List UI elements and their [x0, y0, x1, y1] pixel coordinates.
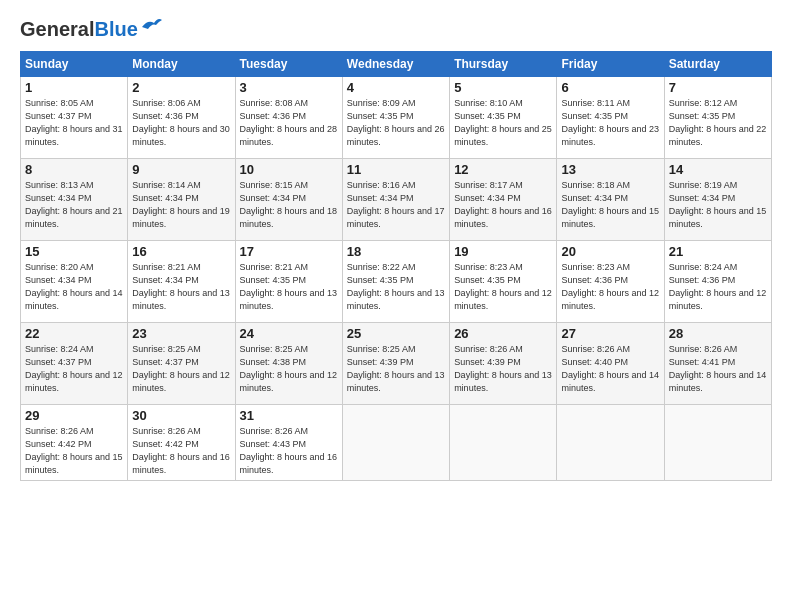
day-info: Sunrise: 8:23 AMSunset: 4:36 PMDaylight:…	[561, 262, 659, 311]
day-number: 14	[669, 162, 767, 177]
col-friday: Friday	[557, 52, 664, 77]
day-number: 6	[561, 80, 659, 95]
day-number: 29	[25, 408, 123, 423]
table-cell: 24Sunrise: 8:25 AMSunset: 4:38 PMDayligh…	[235, 323, 342, 405]
col-sunday: Sunday	[21, 52, 128, 77]
day-info: Sunrise: 8:26 AMSunset: 4:40 PMDaylight:…	[561, 344, 659, 393]
day-number: 21	[669, 244, 767, 259]
day-info: Sunrise: 8:23 AMSunset: 4:35 PMDaylight:…	[454, 262, 552, 311]
day-info: Sunrise: 8:05 AMSunset: 4:37 PMDaylight:…	[25, 98, 123, 147]
day-info: Sunrise: 8:21 AMSunset: 4:34 PMDaylight:…	[132, 262, 230, 311]
day-info: Sunrise: 8:08 AMSunset: 4:36 PMDaylight:…	[240, 98, 338, 147]
header-row: Sunday Monday Tuesday Wednesday Thursday…	[21, 52, 772, 77]
table-cell: 11Sunrise: 8:16 AMSunset: 4:34 PMDayligh…	[342, 159, 449, 241]
day-info: Sunrise: 8:19 AMSunset: 4:34 PMDaylight:…	[669, 180, 767, 229]
day-number: 30	[132, 408, 230, 423]
day-info: Sunrise: 8:16 AMSunset: 4:34 PMDaylight:…	[347, 180, 445, 229]
table-cell: 2Sunrise: 8:06 AMSunset: 4:36 PMDaylight…	[128, 77, 235, 159]
table-cell: 8Sunrise: 8:13 AMSunset: 4:34 PMDaylight…	[21, 159, 128, 241]
day-info: Sunrise: 8:26 AMSunset: 4:43 PMDaylight:…	[240, 426, 338, 475]
day-info: Sunrise: 8:24 AMSunset: 4:36 PMDaylight:…	[669, 262, 767, 311]
logo-text: GeneralBlue	[20, 18, 138, 41]
day-number: 27	[561, 326, 659, 341]
day-number: 4	[347, 80, 445, 95]
table-cell: 7Sunrise: 8:12 AMSunset: 4:35 PMDaylight…	[664, 77, 771, 159]
page: GeneralBlue Sunday Monday Tuesday Wednes…	[0, 0, 792, 612]
day-number: 24	[240, 326, 338, 341]
day-number: 17	[240, 244, 338, 259]
table-cell: 19Sunrise: 8:23 AMSunset: 4:35 PMDayligh…	[450, 241, 557, 323]
day-number: 22	[25, 326, 123, 341]
day-number: 9	[132, 162, 230, 177]
table-cell: 9Sunrise: 8:14 AMSunset: 4:34 PMDaylight…	[128, 159, 235, 241]
day-number: 5	[454, 80, 552, 95]
table-cell	[342, 405, 449, 481]
table-cell: 22Sunrise: 8:24 AMSunset: 4:37 PMDayligh…	[21, 323, 128, 405]
col-saturday: Saturday	[664, 52, 771, 77]
col-thursday: Thursday	[450, 52, 557, 77]
day-info: Sunrise: 8:25 AMSunset: 4:37 PMDaylight:…	[132, 344, 230, 393]
table-cell	[664, 405, 771, 481]
day-info: Sunrise: 8:26 AMSunset: 4:42 PMDaylight:…	[132, 426, 230, 475]
table-cell	[450, 405, 557, 481]
day-info: Sunrise: 8:12 AMSunset: 4:35 PMDaylight:…	[669, 98, 767, 147]
col-wednesday: Wednesday	[342, 52, 449, 77]
day-info: Sunrise: 8:26 AMSunset: 4:41 PMDaylight:…	[669, 344, 767, 393]
day-info: Sunrise: 8:10 AMSunset: 4:35 PMDaylight:…	[454, 98, 552, 147]
table-cell: 12Sunrise: 8:17 AMSunset: 4:34 PMDayligh…	[450, 159, 557, 241]
day-info: Sunrise: 8:13 AMSunset: 4:34 PMDaylight:…	[25, 180, 123, 229]
table-cell: 25Sunrise: 8:25 AMSunset: 4:39 PMDayligh…	[342, 323, 449, 405]
day-number: 8	[25, 162, 123, 177]
day-info: Sunrise: 8:06 AMSunset: 4:36 PMDaylight:…	[132, 98, 230, 147]
table-cell: 14Sunrise: 8:19 AMSunset: 4:34 PMDayligh…	[664, 159, 771, 241]
day-number: 18	[347, 244, 445, 259]
table-cell: 23Sunrise: 8:25 AMSunset: 4:37 PMDayligh…	[128, 323, 235, 405]
table-cell: 13Sunrise: 8:18 AMSunset: 4:34 PMDayligh…	[557, 159, 664, 241]
day-number: 25	[347, 326, 445, 341]
day-number: 7	[669, 80, 767, 95]
day-info: Sunrise: 8:15 AMSunset: 4:34 PMDaylight:…	[240, 180, 338, 229]
table-cell: 31Sunrise: 8:26 AMSunset: 4:43 PMDayligh…	[235, 405, 342, 481]
table-cell: 4Sunrise: 8:09 AMSunset: 4:35 PMDaylight…	[342, 77, 449, 159]
day-number: 16	[132, 244, 230, 259]
day-number: 13	[561, 162, 659, 177]
day-number: 20	[561, 244, 659, 259]
table-cell: 28Sunrise: 8:26 AMSunset: 4:41 PMDayligh…	[664, 323, 771, 405]
day-number: 15	[25, 244, 123, 259]
day-info: Sunrise: 8:25 AMSunset: 4:39 PMDaylight:…	[347, 344, 445, 393]
day-info: Sunrise: 8:14 AMSunset: 4:34 PMDaylight:…	[132, 180, 230, 229]
day-info: Sunrise: 8:26 AMSunset: 4:42 PMDaylight:…	[25, 426, 123, 475]
table-cell: 3Sunrise: 8:08 AMSunset: 4:36 PMDaylight…	[235, 77, 342, 159]
day-number: 19	[454, 244, 552, 259]
day-info: Sunrise: 8:24 AMSunset: 4:37 PMDaylight:…	[25, 344, 123, 393]
day-info: Sunrise: 8:09 AMSunset: 4:35 PMDaylight:…	[347, 98, 445, 147]
day-info: Sunrise: 8:11 AMSunset: 4:35 PMDaylight:…	[561, 98, 659, 147]
table-cell: 6Sunrise: 8:11 AMSunset: 4:35 PMDaylight…	[557, 77, 664, 159]
table-cell: 26Sunrise: 8:26 AMSunset: 4:39 PMDayligh…	[450, 323, 557, 405]
logo: GeneralBlue	[20, 18, 162, 41]
col-tuesday: Tuesday	[235, 52, 342, 77]
table-cell	[557, 405, 664, 481]
day-number: 26	[454, 326, 552, 341]
col-monday: Monday	[128, 52, 235, 77]
day-number: 31	[240, 408, 338, 423]
day-info: Sunrise: 8:18 AMSunset: 4:34 PMDaylight:…	[561, 180, 659, 229]
day-number: 2	[132, 80, 230, 95]
day-info: Sunrise: 8:20 AMSunset: 4:34 PMDaylight:…	[25, 262, 123, 311]
table-cell: 20Sunrise: 8:23 AMSunset: 4:36 PMDayligh…	[557, 241, 664, 323]
day-number: 11	[347, 162, 445, 177]
day-info: Sunrise: 8:21 AMSunset: 4:35 PMDaylight:…	[240, 262, 338, 311]
header: GeneralBlue	[20, 18, 772, 41]
day-info: Sunrise: 8:17 AMSunset: 4:34 PMDaylight:…	[454, 180, 552, 229]
day-info: Sunrise: 8:26 AMSunset: 4:39 PMDaylight:…	[454, 344, 552, 393]
day-number: 12	[454, 162, 552, 177]
day-info: Sunrise: 8:22 AMSunset: 4:35 PMDaylight:…	[347, 262, 445, 311]
table-cell: 18Sunrise: 8:22 AMSunset: 4:35 PMDayligh…	[342, 241, 449, 323]
table-cell: 10Sunrise: 8:15 AMSunset: 4:34 PMDayligh…	[235, 159, 342, 241]
table-cell: 29Sunrise: 8:26 AMSunset: 4:42 PMDayligh…	[21, 405, 128, 481]
table-cell: 16Sunrise: 8:21 AMSunset: 4:34 PMDayligh…	[128, 241, 235, 323]
table-cell: 15Sunrise: 8:20 AMSunset: 4:34 PMDayligh…	[21, 241, 128, 323]
table-cell: 1Sunrise: 8:05 AMSunset: 4:37 PMDaylight…	[21, 77, 128, 159]
day-number: 28	[669, 326, 767, 341]
day-info: Sunrise: 8:25 AMSunset: 4:38 PMDaylight:…	[240, 344, 338, 393]
